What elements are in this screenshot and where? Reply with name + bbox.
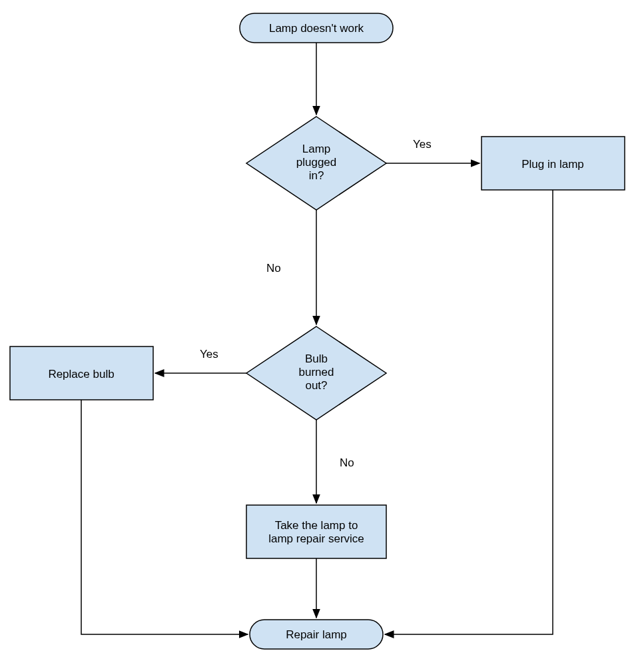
edge-burned-yes-label: Yes [200, 348, 218, 360]
decision-burned-line2: burned [299, 366, 334, 378]
decision-burned-line1: Bulb [305, 352, 328, 365]
edge-plugged-no-label: No [266, 262, 281, 275]
process-repair-service-line1: Take the lamp to [275, 519, 358, 532]
edge-plugged-yes-label: Yes [413, 138, 432, 151]
process-repair-service-line2: lamp repair service [268, 532, 364, 545]
edge-replace-to-end [81, 400, 248, 634]
flowchart: Lamp doesn't work Lamp plugged in? Yes P… [0, 0, 644, 665]
terminator-end-label: Repair lamp [286, 628, 347, 641]
decision-burned-line3: out? [305, 379, 327, 392]
terminator-start-label: Lamp doesn't work [269, 22, 364, 35]
decision-plugged-line1: Lamp [302, 143, 331, 155]
process-replace-label: Replace bulb [48, 368, 114, 380]
edge-plugin-to-end [385, 190, 553, 634]
decision-plugged-line3: in? [309, 169, 324, 182]
process-plugin-label: Plug in lamp [521, 158, 584, 171]
edge-burned-no-label: No [340, 456, 354, 469]
decision-plugged-line2: plugged [296, 156, 337, 169]
